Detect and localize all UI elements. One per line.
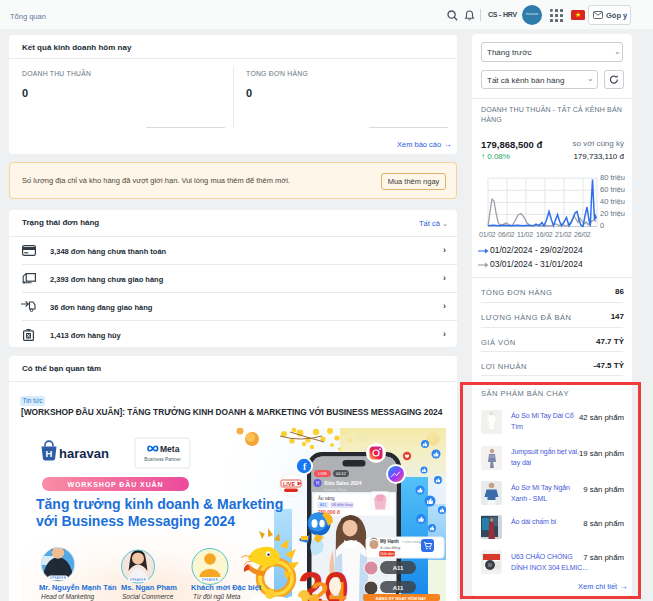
svg-text:LIVE: LIVE [318, 471, 327, 476]
svg-text:Từ đội ngũ Meta: Từ đội ngũ Meta [193, 593, 241, 601]
svg-text:H: H [46, 448, 53, 459]
svg-text:Meta: Meta [160, 444, 180, 454]
svg-text:haravan: haravan [59, 446, 109, 461]
svg-text:A11: A11 [393, 585, 404, 591]
svg-text:SPEAKER: SPEAKER [202, 578, 219, 582]
svg-text:Mỹ Hạnh: Mỹ Hạnh [380, 539, 399, 544]
svg-text:WORKSHOP ĐẦU XUÂN: WORKSHOP ĐẦU XUÂN [67, 479, 163, 488]
svg-text:• vừa xong: • vừa xong [402, 539, 421, 544]
svg-text:Chốt đơn: Chốt đơn [380, 552, 395, 556]
svg-text:Ms. Ngan Pham: Ms. Ngan Pham [121, 583, 177, 592]
svg-text:LIVE: LIVE [283, 481, 296, 487]
svg-text:Head of Marketing: Head of Marketing [41, 593, 94, 601]
svg-text:H: H [316, 481, 319, 486]
svg-text:Social Commerce: Social Commerce [122, 593, 174, 600]
svg-text:ĐĂNG KÝ NGAY HÔM NAY: ĐĂNG KÝ NGAY HÔM NAY [376, 596, 427, 601]
svg-text:Tăng trưởng kinh doanh & Marke: Tăng trưởng kinh doanh & Marketing [36, 496, 283, 512]
svg-text:Siêu Sales 2024: Siêu Sales 2024 [324, 480, 362, 486]
svg-text:A11: A11 [320, 503, 326, 507]
svg-text:Business Partner: Business Partner [144, 457, 181, 462]
svg-text:Gỗ điện thoại: Gỗ điện thoại [331, 502, 353, 507]
svg-text:với Business Messaging 2024: với Business Messaging 2024 [36, 513, 235, 529]
svg-text:SPEAKER: SPEAKER [50, 576, 67, 580]
svg-text:Khách mời Đặc biệt: Khách mời Đặc biệt [191, 583, 262, 592]
svg-text:SPEAKER: SPEAKER [130, 578, 147, 582]
svg-text:Fashion Shop: Fashion Shop [324, 488, 346, 492]
svg-text:A11: A11 [393, 565, 404, 571]
svg-text:4 cứa đồng: 4 cứa đồng [380, 545, 400, 550]
svg-text:Áo váng: Áo váng [318, 495, 335, 501]
svg-text:00:12: 00:12 [336, 471, 347, 476]
svg-text:Mr. Nguyễn Mạnh Tấn: Mr. Nguyễn Mạnh Tấn [39, 583, 117, 592]
